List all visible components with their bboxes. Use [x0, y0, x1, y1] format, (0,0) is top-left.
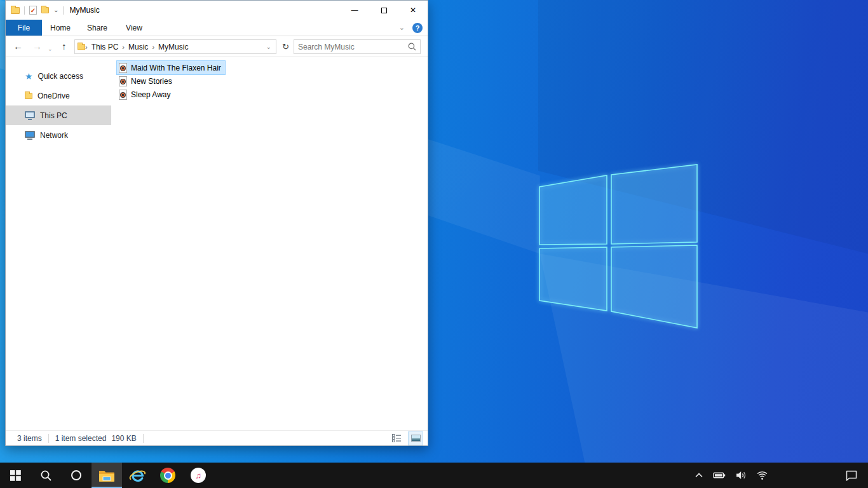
file-explorer-icon: [98, 469, 115, 482]
navigation-pane: ★ Quick access OneDrive This PC Network: [6, 57, 111, 430]
screen: ✓ ⌄ MyMusic — ✕ File Home Share View ⌄ ?: [0, 0, 868, 488]
taskbar-search-button[interactable]: [31, 463, 61, 488]
window-folder-icon: [11, 7, 20, 14]
system-tray: [695, 463, 768, 488]
sidebar-item-label: Network: [40, 131, 68, 140]
search-input[interactable]: [294, 43, 408, 51]
tab-file[interactable]: File: [6, 20, 42, 36]
divider: [63, 6, 64, 15]
chrome-button[interactable]: [153, 463, 183, 488]
window-body: ★ Quick access OneDrive This PC Network: [6, 57, 428, 430]
file-name: New Stories: [131, 77, 172, 86]
divider: [143, 434, 144, 443]
taskbar: ♫: [0, 463, 868, 488]
tab-home[interactable]: Home: [42, 20, 79, 36]
search-icon[interactable]: [408, 43, 420, 51]
ribbon-right-controls: ⌄ ?: [399, 20, 428, 36]
action-center-icon: [845, 470, 858, 481]
quick-access-star-icon: ★: [25, 72, 33, 81]
sidebar-item-label: Quick access: [38, 72, 83, 81]
refresh-button[interactable]: ↻: [279, 39, 292, 54]
battery-tray-button[interactable]: [713, 471, 726, 480]
divider: [24, 6, 25, 15]
audio-file-icon: [119, 63, 127, 73]
file-row[interactable]: Maid With The Flaxen Hair: [117, 61, 225, 74]
speaker-icon: [735, 470, 747, 480]
address-dropdown-chevron-icon[interactable]: ⌄: [264, 43, 273, 50]
start-button[interactable]: [0, 463, 31, 488]
file-name: Maid With The Flaxen Hair: [131, 64, 221, 72]
windows-logo-icon: [534, 159, 703, 332]
recent-locations-chevron-icon[interactable]: ⌄: [48, 43, 53, 55]
navigation-toolbar: ← → ⌄ ↑ › This PC › Music › MyMusic ⌄ ↻: [6, 36, 428, 57]
cortana-icon: [71, 470, 81, 480]
address-bar[interactable]: › This PC › Music › MyMusic ⌄: [74, 39, 276, 54]
file-row[interactable]: Sleep Away: [117, 88, 175, 101]
show-hidden-icons-button[interactable]: [695, 472, 703, 478]
breadcrumb-this-pc[interactable]: This PC: [88, 43, 123, 51]
view-toggle-buttons: [390, 432, 428, 445]
file-row[interactable]: New Stories: [117, 74, 176, 88]
file-list: Maid With The Flaxen Hair New Stories Sl…: [117, 61, 225, 101]
divider: [48, 434, 49, 443]
minimize-icon: —: [351, 6, 358, 13]
ribbon-tabs: File Home Share View ⌄ ?: [6, 20, 428, 36]
sidebar-item-network[interactable]: Network: [6, 125, 111, 145]
file-explorer-window: ✓ ⌄ MyMusic — ✕ File Home Share View ⌄ ?: [5, 0, 428, 446]
file-explorer-taskbar-button[interactable]: [92, 463, 122, 488]
sidebar-item-this-pc[interactable]: This PC: [6, 105, 111, 125]
volume-tray-button[interactable]: [735, 470, 747, 480]
selection-info: 1 item selected: [55, 434, 107, 443]
up-button[interactable]: ↑: [62, 41, 67, 52]
new-folder-icon[interactable]: [41, 7, 49, 13]
back-button[interactable]: ←: [13, 41, 23, 52]
breadcrumb-mymusic[interactable]: MyMusic: [154, 43, 192, 51]
status-bar: 3 items 1 item selected 190 KB: [6, 430, 428, 445]
internet-explorer-button[interactable]: [122, 463, 153, 488]
wifi-icon: [756, 471, 768, 480]
sidebar-item-label: OneDrive: [37, 92, 70, 100]
sidebar-item-label: This PC: [40, 111, 67, 120]
sidebar-item-quick-access[interactable]: ★ Quick access: [6, 66, 111, 86]
close-icon: ✕: [410, 6, 416, 15]
search-icon: [40, 470, 52, 482]
help-button[interactable]: ?: [412, 23, 423, 33]
tab-view[interactable]: View: [116, 20, 153, 36]
properties-icon[interactable]: ✓: [29, 6, 37, 15]
internet-explorer-icon: [129, 467, 146, 484]
customize-toolbar-chevron-icon[interactable]: ⌄: [53, 7, 58, 13]
details-view-icon: [392, 434, 402, 442]
sidebar-item-onedrive[interactable]: OneDrive: [6, 86, 111, 105]
search-box: [294, 39, 421, 54]
itunes-music-note-icon: ♫: [191, 468, 206, 483]
close-button[interactable]: ✕: [398, 1, 428, 20]
onedrive-folder-icon: [25, 93, 32, 99]
expand-ribbon-chevron-icon[interactable]: ⌄: [399, 24, 405, 32]
thumbnail-view-icon: [411, 435, 421, 442]
minimize-button[interactable]: —: [340, 1, 369, 20]
tab-share[interactable]: Share: [79, 20, 116, 36]
network-tray-button[interactable]: [756, 471, 768, 480]
audio-file-icon: [119, 76, 127, 86]
selection-size: 190 KB: [111, 434, 136, 443]
maximize-icon: [381, 8, 387, 13]
window-title: MyMusic: [69, 6, 99, 15]
chrome-icon: [160, 468, 175, 483]
details-view-button[interactable]: [390, 432, 403, 445]
battery-icon: [713, 471, 726, 480]
thumbnail-view-button[interactable]: [409, 432, 423, 445]
forward-button[interactable]: →: [32, 41, 42, 52]
cortana-button[interactable]: [61, 463, 92, 488]
itunes-button[interactable]: ♫: [183, 463, 214, 488]
this-pc-monitor-icon: [25, 111, 35, 118]
titlebar[interactable]: ✓ ⌄ MyMusic — ✕: [6, 1, 428, 20]
breadcrumb-music[interactable]: Music: [125, 43, 152, 51]
quick-access-toolbar: ✓ ⌄ MyMusic: [6, 6, 100, 15]
item-count: 3 items: [17, 434, 42, 443]
action-center-button[interactable]: [845, 463, 858, 488]
maximize-button[interactable]: [369, 1, 398, 20]
file-name: Sleep Away: [131, 90, 171, 99]
address-folder-icon: [78, 44, 85, 50]
audio-file-icon: [119, 90, 127, 100]
windows-start-icon: [10, 470, 21, 481]
